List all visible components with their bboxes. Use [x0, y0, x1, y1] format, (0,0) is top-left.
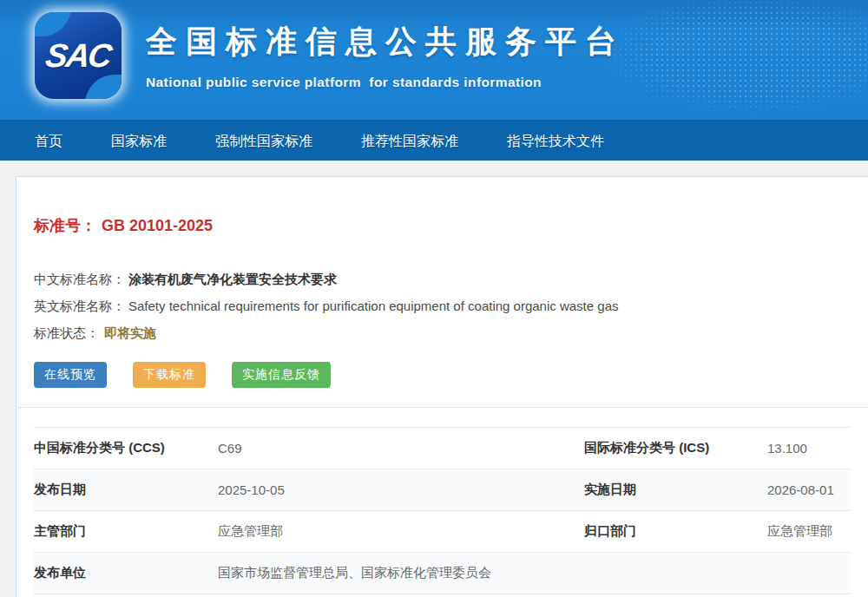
standard-number-value: GB 20101-2025	[102, 217, 213, 234]
table-row: 发布日期 2025-10-05 实施日期 2026-08-01	[34, 469, 851, 511]
en-name-value: Safety technical requirements for purifi…	[128, 298, 618, 313]
nav-item-guiding-technical-documents[interactable]: 指导性技术文件	[483, 121, 628, 161]
standard-info-block: 中文标准名称：涂装有机废气净化装置安全技术要求 英文标准名称：Safety te…	[34, 266, 851, 346]
field-value-ccs: C69	[218, 441, 584, 456]
status-line: 标准状态：即将实施	[34, 319, 851, 346]
field-value-publish-date: 2025-10-05	[218, 482, 584, 497]
field-label-competent-dept: 主管部门	[34, 523, 218, 540]
status-badge: 即将实施	[104, 325, 156, 340]
field-label-publish-date: 发布日期	[34, 482, 218, 498]
field-label-ics: 国际标准分类号 (ICS)	[584, 440, 767, 456]
content-panel: 标准号：GB 20101-2025 中文标准名称：涂装有机废气净化装置安全技术要…	[16, 176, 868, 597]
sac-logo-text: SAC	[35, 12, 122, 99]
nav-item-home[interactable]: 首页	[10, 121, 87, 161]
en-name-label: 英文标准名称：	[34, 298, 125, 313]
cn-name-value: 涂装有机废气净化装置安全技术要求	[128, 272, 337, 286]
sac-logo[interactable]: SAC	[35, 12, 122, 99]
world-map-decoration	[608, 0, 868, 120]
cn-name-line: 中文标准名称：涂装有机废气净化装置安全技术要求	[34, 266, 851, 292]
field-label-publisher: 发布单位	[34, 565, 218, 581]
site-title: 全国标准信息公共服务平台	[146, 21, 625, 63]
site-subtitle: National public service platform for sta…	[146, 75, 625, 90]
nav-item-national-standards[interactable]: 国家标准	[87, 121, 191, 161]
nav-item-recommended-national-standards[interactable]: 推荐性国家标准	[337, 121, 483, 161]
dotted-divider	[17, 407, 868, 408]
field-label-implement-date: 实施日期	[584, 482, 767, 498]
table-row: 发布单位 国家市场监督管理总局、国家标准化管理委员会	[34, 553, 851, 594]
online-preview-button[interactable]: 在线预览	[34, 362, 107, 388]
nav-item-mandatory-national-standards[interactable]: 强制性国家标准	[191, 121, 337, 161]
status-label: 标准状态：	[34, 325, 99, 340]
table-row: 主管部门 应急管理部 归口部门 应急管理部	[34, 511, 851, 553]
field-value-centralized-dept: 应急管理部	[767, 523, 851, 540]
field-value-publisher: 国家市场监督管理总局、国家标准化管理委员会	[218, 565, 584, 581]
main-nav: 首页 国家标准 强制性国家标准 推荐性国家标准 指导性技术文件	[0, 120, 868, 161]
en-name-line: 英文标准名称：Safety technical requirements for…	[34, 292, 851, 319]
cn-name-label: 中文标准名称：	[34, 272, 125, 286]
field-label-ccs: 中国标准分类号 (CCS)	[34, 440, 218, 456]
field-value-competent-dept: 应急管理部	[218, 523, 584, 540]
field-label-centralized-dept: 归口部门	[584, 523, 767, 540]
download-standard-button[interactable]: 下载标准	[133, 362, 206, 388]
standard-meta-table: 中国标准分类号 (CCS) C69 国际标准分类号 (ICS) 13.100 发…	[34, 427, 851, 594]
site-header: SAC 全国标准信息公共服务平台 National public service…	[0, 0, 868, 120]
field-value-implement-date: 2026-08-01	[767, 482, 851, 497]
implementation-feedback-button[interactable]: 实施信息反馈	[232, 362, 331, 388]
standard-number-line: 标准号：GB 20101-2025	[34, 215, 851, 236]
table-row: 中国标准分类号 (CCS) C69 国际标准分类号 (ICS) 13.100	[34, 428, 851, 469]
site-title-block: 全国标准信息公共服务平台 National public service pla…	[146, 21, 625, 90]
field-value-ics: 13.100	[767, 441, 851, 456]
standard-number-label: 标准号：	[34, 217, 96, 234]
action-button-row: 在线预览 下载标准 实施信息反馈	[34, 362, 851, 388]
